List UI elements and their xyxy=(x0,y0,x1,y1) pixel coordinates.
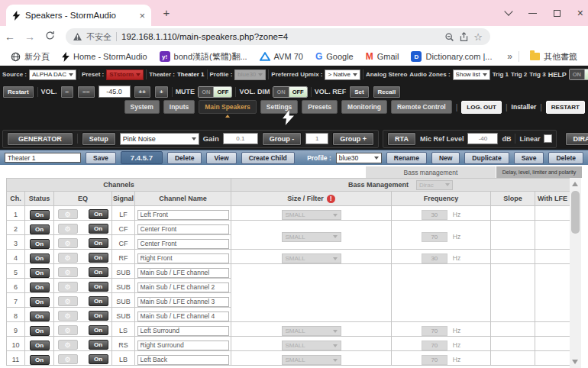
signal-type-select[interactable]: Pink Noise xyxy=(120,133,199,145)
eq-gear-icon[interactable]: ⚙ xyxy=(58,209,78,219)
theater-view-button[interactable]: View xyxy=(206,152,236,164)
size-filter-select[interactable]: SMALL xyxy=(282,210,341,220)
frequency-input[interactable] xyxy=(422,232,447,242)
nav-tab-system[interactable]: System xyxy=(124,100,160,114)
upmix-select[interactable]: > Native xyxy=(325,69,360,80)
bookmarks-overflow-icon[interactable]: » xyxy=(507,51,512,62)
nav-tab-remote-control[interactable]: Remote Control xyxy=(391,100,452,114)
profile-duplicate-button[interactable]: Duplicate xyxy=(464,152,509,164)
close-window-icon[interactable]: × xyxy=(577,8,583,18)
group-minus-button[interactable]: Group - xyxy=(262,132,302,146)
generator-button[interactable]: GENERATOR xyxy=(7,132,73,146)
tab-close-icon[interactable]: × xyxy=(139,10,145,21)
zoom-icon[interactable] xyxy=(444,32,454,42)
eq-gear-icon[interactable]: ⚙ xyxy=(58,224,78,234)
frequency-input[interactable] xyxy=(422,326,447,336)
analog-stereo-label[interactable]: Analog Stereo xyxy=(366,71,407,78)
gain-input[interactable] xyxy=(223,133,258,144)
bookmark-item[interactable]: AVM 70 xyxy=(255,50,308,63)
nav-tab-inputs[interactable]: Inputs xyxy=(163,100,195,114)
eq-on-button[interactable]: On xyxy=(89,354,108,364)
theater-delete-button[interactable]: Delete xyxy=(167,152,202,164)
share-icon[interactable] xyxy=(459,32,469,42)
mute-on-button[interactable]: ON xyxy=(199,87,213,97)
scrollbar-down-icon[interactable] xyxy=(572,360,578,364)
size-filter-select[interactable]: SMALL xyxy=(282,341,341,350)
source-select[interactable]: ALPHA DAC xyxy=(29,69,76,80)
rta-button[interactable]: RTA xyxy=(387,132,416,146)
eq-on-button[interactable]: On xyxy=(89,296,108,306)
scrollbar-up-icon[interactable] xyxy=(572,182,578,186)
frequency-input[interactable] xyxy=(422,210,447,220)
status-on-button[interactable]: On xyxy=(30,253,50,263)
frequency-input[interactable] xyxy=(422,253,447,263)
restart-small-button[interactable]: Restart xyxy=(2,86,34,98)
status-on-button[interactable]: On xyxy=(30,297,50,307)
linear-checkbox[interactable] xyxy=(544,134,552,143)
status-on-button[interactable]: On xyxy=(30,355,50,365)
size-filter-select[interactable]: SMALL xyxy=(282,232,341,242)
dirac-button[interactable]: DIRAC xyxy=(565,132,588,146)
eq-gear-icon[interactable]: ⚙ xyxy=(58,238,78,248)
vol-plus-button[interactable]: + xyxy=(154,86,169,98)
trig3-button[interactable]: Trig 3 xyxy=(529,71,545,78)
profile-new-button[interactable]: New xyxy=(431,152,460,164)
profile-rename-button[interactable]: Rename xyxy=(386,152,427,164)
status-on-button[interactable]: On xyxy=(30,210,50,220)
status-on-button[interactable]: On xyxy=(30,282,50,292)
bookmark-item[interactable]: MGmail xyxy=(361,50,404,63)
size-filter-select[interactable]: SMALL xyxy=(282,355,341,365)
url-text[interactable]: 192.168.1.110/main-speakers.php?zone=4 xyxy=(121,32,440,41)
vol-minus-fast-button[interactable]: −− xyxy=(77,86,95,98)
tab-delay-level-limiter-polarity[interactable]: Delay, level, limiter and polarity xyxy=(496,166,582,178)
eq-on-button[interactable]: On xyxy=(89,253,108,263)
table-scrollbar[interactable] xyxy=(570,178,581,368)
bass-mode-select[interactable]: Dirac xyxy=(416,180,453,190)
channel-name-input[interactable] xyxy=(137,282,229,292)
reload-icon[interactable] xyxy=(40,31,60,43)
eq-gear-icon[interactable]: ⚙ xyxy=(58,311,78,321)
nav-tab-main-speakers[interactable]: Main Speakers xyxy=(199,100,257,114)
help-on-button[interactable]: ON xyxy=(570,69,584,79)
eq-gear-icon[interactable]: ⚙ xyxy=(58,354,78,364)
status-on-button[interactable]: On xyxy=(30,268,50,278)
eq-gear-icon[interactable]: ⚙ xyxy=(58,340,78,350)
nav-tab-monitoring[interactable]: Monitoring xyxy=(341,100,387,114)
group-input[interactable] xyxy=(305,133,328,144)
help-off-button[interactable]: OFF xyxy=(584,69,588,79)
forward-icon[interactable]: → xyxy=(20,31,40,43)
eq-on-button[interactable]: On xyxy=(89,340,108,350)
eq-on-button[interactable]: On xyxy=(89,311,108,321)
eq-gear-icon[interactable]: ⚙ xyxy=(58,253,78,263)
eq-gear-icon[interactable]: ⚙ xyxy=(58,267,78,277)
status-on-button[interactable]: On xyxy=(30,224,50,234)
tab-search-chevron-icon[interactable] xyxy=(504,7,512,15)
vol-plus-fast-button[interactable]: ++ xyxy=(134,86,151,98)
channel-name-input[interactable] xyxy=(137,312,229,321)
restart-button[interactable]: RESTART xyxy=(546,101,585,114)
logout-button[interactable]: LOG. OUT xyxy=(461,101,502,114)
eq-on-button[interactable]: On xyxy=(89,282,108,292)
nav-tab-presets[interactable]: Presets xyxy=(302,100,338,114)
bookmark-item[interactable]: y!bond漢語(繁體)翻... xyxy=(155,50,252,64)
channel-name-input[interactable] xyxy=(137,239,229,249)
preset-select[interactable]: STstorm xyxy=(106,69,144,80)
status-on-button[interactable]: On xyxy=(30,239,50,249)
create-child-button[interactable]: Create Child xyxy=(241,152,295,164)
scrollbar-thumb[interactable] xyxy=(571,191,580,234)
theater-name-input[interactable] xyxy=(5,153,81,163)
volume-input[interactable] xyxy=(99,86,131,98)
channel-name-input[interactable] xyxy=(137,355,229,365)
bookmark-item[interactable]: Home - StormAudio xyxy=(57,50,152,63)
tab-bass-management[interactable]: Bass management xyxy=(366,166,496,178)
frequency-input[interactable] xyxy=(422,341,447,350)
status-on-button[interactable]: On xyxy=(30,326,50,336)
eq-on-button[interactable]: On xyxy=(89,209,108,219)
back-icon[interactable]: ← xyxy=(0,31,20,43)
other-bookmarks-button[interactable]: 其他書籤 xyxy=(525,50,582,64)
frequency-input[interactable] xyxy=(422,355,447,365)
channel-name-input[interactable] xyxy=(137,268,229,278)
mic-ref-input[interactable] xyxy=(467,133,498,144)
vol-ref-recall-button[interactable]: Recall xyxy=(373,86,402,98)
eq-on-button[interactable]: On xyxy=(89,238,108,248)
